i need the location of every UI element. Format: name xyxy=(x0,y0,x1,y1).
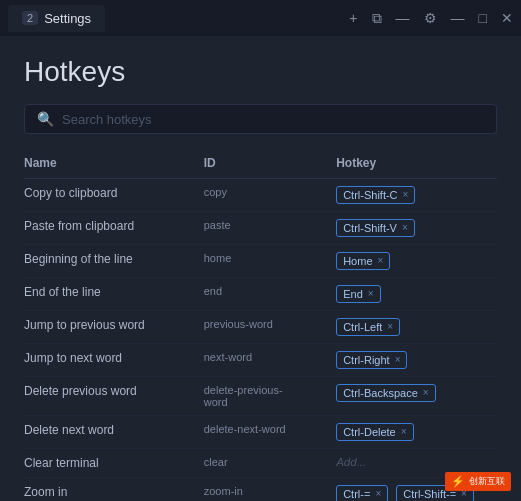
hotkey-remove-button[interactable]: × xyxy=(378,256,384,266)
close-icon[interactable]: ✕ xyxy=(501,10,513,26)
table-row: Zoom inzoom-inCtrl-=×Ctrl-Shift-=× xyxy=(24,478,497,502)
col-header-id: ID xyxy=(204,152,336,179)
tab-label: Settings xyxy=(44,11,91,26)
row-hotkey: Ctrl-Shift-V× xyxy=(336,212,497,245)
hotkey-remove-button[interactable]: × xyxy=(368,289,374,299)
row-hotkey: Ctrl-Right× xyxy=(336,344,497,377)
row-id: end xyxy=(204,278,336,311)
titlebar-controls: + ⧉ — ⚙ — □ ✕ xyxy=(349,10,513,27)
table-row: Beginning of the linehomeHome× xyxy=(24,245,497,278)
row-name: Clear terminal xyxy=(24,449,204,478)
row-hotkey: Home× xyxy=(336,245,497,278)
table-row: End of the lineendEnd× xyxy=(24,278,497,311)
main-content: Hotkeys 🔍 Name ID Hotkey Copy to clipboa… xyxy=(0,36,521,501)
row-id: paste xyxy=(204,212,336,245)
row-id: delete-previous- word xyxy=(204,377,336,416)
row-id: clear xyxy=(204,449,336,478)
hotkey-label: Ctrl-Left xyxy=(343,321,382,333)
table-row: Jump to previous wordprevious-wordCtrl-L… xyxy=(24,311,497,344)
col-header-hotkey: Hotkey xyxy=(336,152,497,179)
hotkey-add-placeholder[interactable]: Add... xyxy=(336,456,366,468)
hotkey-badge: Ctrl-Shift-V× xyxy=(336,219,415,237)
settings-icon[interactable]: ⚙ xyxy=(424,10,437,26)
row-id: home xyxy=(204,245,336,278)
hotkey-remove-button[interactable]: × xyxy=(402,223,408,233)
hotkey-remove-button[interactable]: × xyxy=(375,489,381,499)
row-id: copy xyxy=(204,179,336,212)
row-name: Delete next word xyxy=(24,416,204,449)
hotkey-badge: Ctrl-Right× xyxy=(336,351,407,369)
hotkey-remove-button[interactable]: × xyxy=(395,355,401,365)
row-hotkey: Ctrl-Shift-C× xyxy=(336,179,497,212)
hotkey-label: Ctrl-Delete xyxy=(343,426,396,438)
row-hotkey: Ctrl-Backspace× xyxy=(336,377,497,416)
row-name: End of the line xyxy=(24,278,204,311)
row-id: delete-next-word xyxy=(204,416,336,449)
watermark-text: 创新互联 xyxy=(469,475,505,488)
row-name: Jump to next word xyxy=(24,344,204,377)
row-name: Copy to clipboard xyxy=(24,179,204,212)
hotkey-badge: Ctrl-Backspace× xyxy=(336,384,435,402)
hotkey-remove-button[interactable]: × xyxy=(403,190,409,200)
table-row: Copy to clipboardcopyCtrl-Shift-C× xyxy=(24,179,497,212)
row-hotkey: Ctrl-Delete× xyxy=(336,416,497,449)
search-input[interactable] xyxy=(62,112,484,127)
table-row: Delete previous worddelete-previous- wor… xyxy=(24,377,497,416)
row-name: Beginning of the line xyxy=(24,245,204,278)
maximize-icon[interactable]: □ xyxy=(479,10,487,26)
tab-number: 2 xyxy=(22,11,38,25)
table-row: Clear terminalclearAdd... xyxy=(24,449,497,478)
hotkey-badge: End× xyxy=(336,285,380,303)
hotkey-remove-button[interactable]: × xyxy=(401,427,407,437)
hotkey-label: Ctrl-Shift-V xyxy=(343,222,397,234)
titlebar: 2 Settings + ⧉ — ⚙ — □ ✕ xyxy=(0,0,521,36)
table-row: Jump to next wordnext-wordCtrl-Right× xyxy=(24,344,497,377)
hotkey-badge: Ctrl-Left× xyxy=(336,318,400,336)
hotkey-badge: Ctrl-Delete× xyxy=(336,423,413,441)
hotkey-badge: Home× xyxy=(336,252,390,270)
page-title: Hotkeys xyxy=(24,56,497,88)
row-hotkey: Ctrl-Left× xyxy=(336,311,497,344)
watermark: ⚡ 创新互联 xyxy=(445,472,511,491)
search-icon: 🔍 xyxy=(37,111,54,127)
new-tab-icon[interactable]: + xyxy=(349,10,357,26)
hotkey-label: Ctrl-Right xyxy=(343,354,389,366)
hotkey-label: Ctrl-Backspace xyxy=(343,387,418,399)
hotkeys-table: Name ID Hotkey Copy to clipboardcopyCtrl… xyxy=(24,152,497,501)
hotkey-remove-button[interactable]: × xyxy=(387,322,393,332)
row-name: Zoom in xyxy=(24,478,204,502)
table-row: Paste from clipboardpasteCtrl-Shift-V× xyxy=(24,212,497,245)
row-name: Delete previous word xyxy=(24,377,204,416)
hotkey-badge: Ctrl-Shift-C× xyxy=(336,186,415,204)
table-row: Delete next worddelete-next-wordCtrl-Del… xyxy=(24,416,497,449)
row-name: Jump to previous word xyxy=(24,311,204,344)
hotkey-badge: Ctrl-=× xyxy=(336,485,388,501)
watermark-icon: ⚡ xyxy=(451,475,465,488)
row-id: previous-word xyxy=(204,311,336,344)
active-tab[interactable]: 2 Settings xyxy=(8,5,105,32)
hotkey-label: Home xyxy=(343,255,372,267)
duplicate-icon[interactable]: ⧉ xyxy=(372,10,382,27)
separator-icon: — xyxy=(396,10,410,26)
col-header-name: Name xyxy=(24,152,204,179)
hotkey-label: Ctrl-= xyxy=(343,488,370,500)
search-bar: 🔍 xyxy=(24,104,497,134)
hotkey-label: End xyxy=(343,288,363,300)
row-hotkey: End× xyxy=(336,278,497,311)
row-name: Paste from clipboard xyxy=(24,212,204,245)
hotkey-label: Ctrl-Shift-C xyxy=(343,189,397,201)
row-id: zoom-in xyxy=(204,478,336,502)
row-id: next-word xyxy=(204,344,336,377)
minimize-icon[interactable]: — xyxy=(451,10,465,26)
hotkey-remove-button[interactable]: × xyxy=(423,388,429,398)
